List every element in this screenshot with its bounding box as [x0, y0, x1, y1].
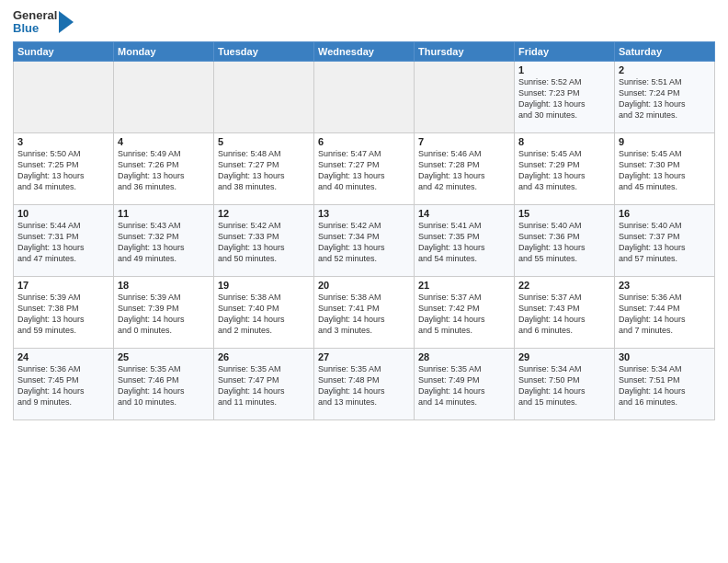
- day-info: Sunrise: 5:34 AM Sunset: 7:50 PM Dayligh…: [518, 363, 610, 408]
- day-number: 21: [418, 280, 510, 291]
- day-info: Sunrise: 5:35 AM Sunset: 7:47 PM Dayligh…: [218, 363, 310, 408]
- calendar-day-cell: 2Sunrise: 5:51 AM Sunset: 7:24 PM Daylig…: [615, 61, 715, 132]
- day-info: Sunrise: 5:34 AM Sunset: 7:51 PM Dayligh…: [619, 363, 711, 408]
- calendar-day-cell: 15Sunrise: 5:40 AM Sunset: 7:36 PM Dayli…: [515, 204, 615, 276]
- weekday-header-tuesday: Tuesday: [214, 41, 314, 61]
- calendar-day-cell: 14Sunrise: 5:41 AM Sunset: 7:35 PM Dayli…: [415, 204, 515, 276]
- calendar-day-cell: [415, 61, 515, 132]
- calendar-header-row: SundayMondayTuesdayWednesdayThursdayFrid…: [14, 41, 715, 61]
- weekday-header-monday: Monday: [114, 41, 214, 61]
- day-number: 25: [118, 351, 210, 362]
- day-number: 20: [318, 280, 410, 291]
- day-number: 4: [118, 136, 210, 147]
- calendar-day-cell: 3Sunrise: 5:50 AM Sunset: 7:25 PM Daylig…: [14, 132, 114, 204]
- day-info: Sunrise: 5:42 AM Sunset: 7:34 PM Dayligh…: [318, 220, 410, 265]
- calendar-day-cell: 21Sunrise: 5:37 AM Sunset: 7:42 PM Dayli…: [415, 276, 515, 348]
- day-number: 14: [418, 208, 510, 219]
- day-number: 15: [518, 208, 610, 219]
- day-info: Sunrise: 5:45 AM Sunset: 7:29 PM Dayligh…: [518, 148, 610, 193]
- day-info: Sunrise: 5:45 AM Sunset: 7:30 PM Dayligh…: [619, 148, 711, 193]
- day-info: Sunrise: 5:37 AM Sunset: 7:43 PM Dayligh…: [518, 292, 610, 337]
- logo-area: GeneralBlue: [13, 9, 74, 36]
- day-info: Sunrise: 5:35 AM Sunset: 7:49 PM Dayligh…: [418, 363, 510, 408]
- day-info: Sunrise: 5:48 AM Sunset: 7:27 PM Dayligh…: [218, 148, 310, 193]
- calendar-day-cell: 30Sunrise: 5:34 AM Sunset: 7:51 PM Dayli…: [615, 348, 715, 419]
- calendar-day-cell: 6Sunrise: 5:47 AM Sunset: 7:27 PM Daylig…: [314, 132, 415, 204]
- calendar-day-cell: 24Sunrise: 5:36 AM Sunset: 7:45 PM Dayli…: [14, 348, 114, 419]
- weekday-header-sunday: Sunday: [14, 41, 114, 61]
- calendar-day-cell: 19Sunrise: 5:38 AM Sunset: 7:40 PM Dayli…: [214, 276, 314, 348]
- calendar-day-cell: 16Sunrise: 5:40 AM Sunset: 7:37 PM Dayli…: [615, 204, 715, 276]
- calendar-day-cell: [214, 61, 314, 132]
- calendar-day-cell: 25Sunrise: 5:35 AM Sunset: 7:46 PM Dayli…: [114, 348, 214, 419]
- calendar-day-cell: [14, 61, 114, 132]
- calendar-day-cell: 29Sunrise: 5:34 AM Sunset: 7:50 PM Dayli…: [515, 348, 615, 419]
- calendar-day-cell: 28Sunrise: 5:35 AM Sunset: 7:49 PM Dayli…: [415, 348, 515, 419]
- day-number: 23: [619, 280, 711, 291]
- calendar-day-cell: 9Sunrise: 5:45 AM Sunset: 7:30 PM Daylig…: [615, 132, 715, 204]
- calendar-day-cell: 27Sunrise: 5:35 AM Sunset: 7:48 PM Dayli…: [314, 348, 415, 419]
- day-number: 30: [619, 351, 711, 362]
- day-info: Sunrise: 5:52 AM Sunset: 7:23 PM Dayligh…: [518, 76, 610, 121]
- day-number: 19: [218, 280, 310, 291]
- day-info: Sunrise: 5:40 AM Sunset: 7:37 PM Dayligh…: [619, 220, 711, 265]
- day-number: 26: [218, 351, 310, 362]
- day-info: Sunrise: 5:42 AM Sunset: 7:33 PM Dayligh…: [218, 220, 310, 265]
- day-number: 29: [518, 351, 610, 362]
- logo-arrow-icon: [59, 11, 74, 33]
- calendar-day-cell: 1Sunrise: 5:52 AM Sunset: 7:23 PM Daylig…: [515, 61, 615, 132]
- calendar-day-cell: 4Sunrise: 5:49 AM Sunset: 7:26 PM Daylig…: [114, 132, 214, 204]
- day-info: Sunrise: 5:36 AM Sunset: 7:45 PM Dayligh…: [17, 363, 109, 408]
- day-number: 2: [619, 64, 711, 75]
- calendar-week-row: 17Sunrise: 5:39 AM Sunset: 7:38 PM Dayli…: [14, 276, 715, 348]
- header: GeneralBlue: [13, 9, 715, 36]
- calendar-day-cell: 12Sunrise: 5:42 AM Sunset: 7:33 PM Dayli…: [214, 204, 314, 276]
- calendar-day-cell: 23Sunrise: 5:36 AM Sunset: 7:44 PM Dayli…: [615, 276, 715, 348]
- calendar-day-cell: 17Sunrise: 5:39 AM Sunset: 7:38 PM Dayli…: [14, 276, 114, 348]
- day-info: Sunrise: 5:35 AM Sunset: 7:48 PM Dayligh…: [318, 363, 410, 408]
- day-number: 6: [318, 136, 410, 147]
- calendar-day-cell: [314, 61, 415, 132]
- day-number: 28: [418, 351, 510, 362]
- day-number: 7: [418, 136, 510, 147]
- day-info: Sunrise: 5:43 AM Sunset: 7:32 PM Dayligh…: [118, 220, 210, 265]
- day-number: 17: [17, 280, 109, 291]
- calendar-day-cell: 10Sunrise: 5:44 AM Sunset: 7:31 PM Dayli…: [14, 204, 114, 276]
- day-info: Sunrise: 5:36 AM Sunset: 7:44 PM Dayligh…: [619, 292, 711, 337]
- day-number: 11: [118, 208, 210, 219]
- weekday-header-wednesday: Wednesday: [314, 41, 415, 61]
- calendar-day-cell: 8Sunrise: 5:45 AM Sunset: 7:29 PM Daylig…: [515, 132, 615, 204]
- calendar-week-row: 24Sunrise: 5:36 AM Sunset: 7:45 PM Dayli…: [14, 348, 715, 419]
- calendar-day-cell: 11Sunrise: 5:43 AM Sunset: 7:32 PM Dayli…: [114, 204, 214, 276]
- logo-general: General: [13, 9, 57, 22]
- weekday-header-friday: Friday: [515, 41, 615, 61]
- day-info: Sunrise: 5:41 AM Sunset: 7:35 PM Dayligh…: [418, 220, 510, 265]
- day-info: Sunrise: 5:38 AM Sunset: 7:40 PM Dayligh…: [218, 292, 310, 337]
- calendar-day-cell: 26Sunrise: 5:35 AM Sunset: 7:47 PM Dayli…: [214, 348, 314, 419]
- day-number: 10: [17, 208, 109, 219]
- day-number: 5: [218, 136, 310, 147]
- calendar-table: SundayMondayTuesdayWednesdayThursdayFrid…: [13, 41, 715, 420]
- day-info: Sunrise: 5:39 AM Sunset: 7:39 PM Dayligh…: [118, 292, 210, 337]
- day-info: Sunrise: 5:38 AM Sunset: 7:41 PM Dayligh…: [318, 292, 410, 337]
- calendar-day-cell: 7Sunrise: 5:46 AM Sunset: 7:28 PM Daylig…: [415, 132, 515, 204]
- day-number: 18: [118, 280, 210, 291]
- day-info: Sunrise: 5:51 AM Sunset: 7:24 PM Dayligh…: [619, 76, 711, 121]
- day-number: 9: [619, 136, 711, 147]
- calendar-page: GeneralBlue SundayMondayTuesdayWednesday…: [0, 0, 728, 563]
- weekday-header-thursday: Thursday: [415, 41, 515, 61]
- day-info: Sunrise: 5:47 AM Sunset: 7:27 PM Dayligh…: [318, 148, 410, 193]
- day-number: 22: [518, 280, 610, 291]
- day-info: Sunrise: 5:49 AM Sunset: 7:26 PM Dayligh…: [118, 148, 210, 193]
- day-number: 13: [318, 208, 410, 219]
- day-info: Sunrise: 5:44 AM Sunset: 7:31 PM Dayligh…: [17, 220, 109, 265]
- svg-marker-0: [59, 11, 74, 33]
- weekday-header-saturday: Saturday: [615, 41, 715, 61]
- day-info: Sunrise: 5:39 AM Sunset: 7:38 PM Dayligh…: [17, 292, 109, 337]
- calendar-week-row: 3Sunrise: 5:50 AM Sunset: 7:25 PM Daylig…: [14, 132, 715, 204]
- calendar-day-cell: 20Sunrise: 5:38 AM Sunset: 7:41 PM Dayli…: [314, 276, 415, 348]
- day-info: Sunrise: 5:37 AM Sunset: 7:42 PM Dayligh…: [418, 292, 510, 337]
- day-number: 24: [17, 351, 109, 362]
- calendar-day-cell: 18Sunrise: 5:39 AM Sunset: 7:39 PM Dayli…: [114, 276, 214, 348]
- day-number: 16: [619, 208, 711, 219]
